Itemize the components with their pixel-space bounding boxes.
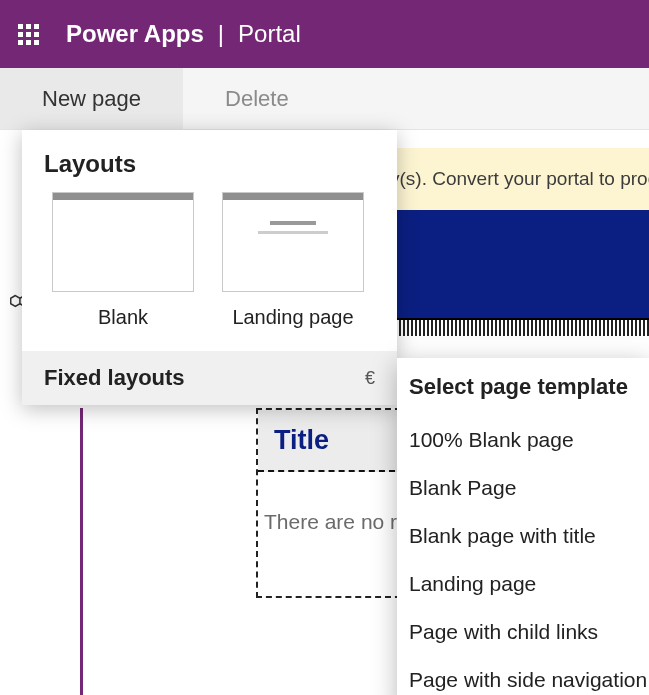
layout-card-blank[interactable]: Blank: [52, 192, 194, 329]
new-page-label: New page: [42, 86, 141, 112]
layouts-row: Blank Landing page: [22, 192, 397, 351]
canvas-title: Title: [274, 425, 329, 456]
section-divider: [395, 318, 649, 336]
new-page-flyout: Layouts Blank Landing page Fixed layouts…: [22, 130, 397, 405]
template-item[interactable]: Page with child links: [397, 608, 649, 656]
fixed-layouts-row[interactable]: Fixed layouts €: [22, 351, 397, 405]
layout-label: Blank: [52, 306, 194, 329]
template-heading: Select page template: [397, 358, 649, 416]
app-title: Power Apps: [66, 20, 204, 48]
layout-card-landing[interactable]: Landing page: [222, 192, 364, 329]
title-divider: |: [218, 20, 224, 48]
delete-button[interactable]: Delete: [183, 68, 331, 129]
waffle-icon[interactable]: [12, 18, 44, 50]
template-item[interactable]: Blank page with title: [397, 512, 649, 560]
page-header-block: [395, 210, 649, 318]
layout-thumb-landing: [222, 192, 364, 292]
template-item[interactable]: 100% Blank page: [397, 416, 649, 464]
template-popup: Select page template 100% Blank page Bla…: [397, 358, 649, 695]
selection-indicator: [80, 408, 83, 695]
template-item[interactable]: Landing page: [397, 560, 649, 608]
fixed-layouts-heading: Fixed layouts: [44, 365, 185, 391]
command-bar: New page Delete: [0, 68, 649, 130]
delete-label: Delete: [225, 86, 289, 112]
template-item[interactable]: Blank Page: [397, 464, 649, 512]
layout-label: Landing page: [222, 306, 364, 329]
template-item[interactable]: Page with side navigation: [397, 656, 649, 695]
layouts-heading: Layouts: [22, 130, 397, 192]
context-title: Portal: [238, 20, 301, 48]
banner-text: y(s). Convert your portal to product: [390, 168, 649, 190]
new-page-button[interactable]: New page: [0, 68, 183, 129]
chevron-icon: €: [365, 368, 375, 389]
app-header: Power Apps | Portal: [0, 0, 649, 68]
layout-thumb-blank: [52, 192, 194, 292]
